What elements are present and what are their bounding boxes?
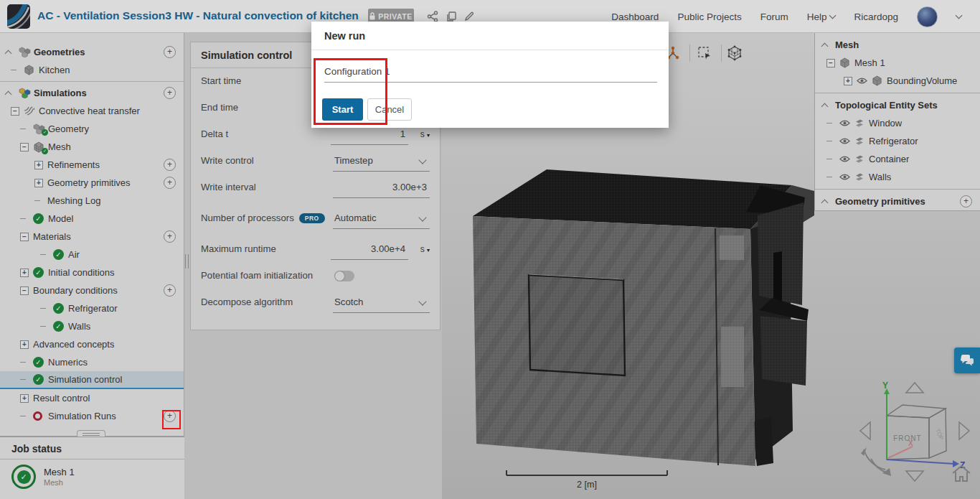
- run-name-input[interactable]: [324, 61, 657, 83]
- dialog-title: New run: [311, 22, 669, 50]
- cancel-button[interactable]: Cancel: [367, 98, 412, 121]
- start-button[interactable]: Start: [322, 98, 363, 121]
- simscale-workbench: AC - Ventilation Session3 HW - Natural c…: [0, 0, 980, 499]
- new-run-dialog: New run Start Cancel: [311, 22, 669, 128]
